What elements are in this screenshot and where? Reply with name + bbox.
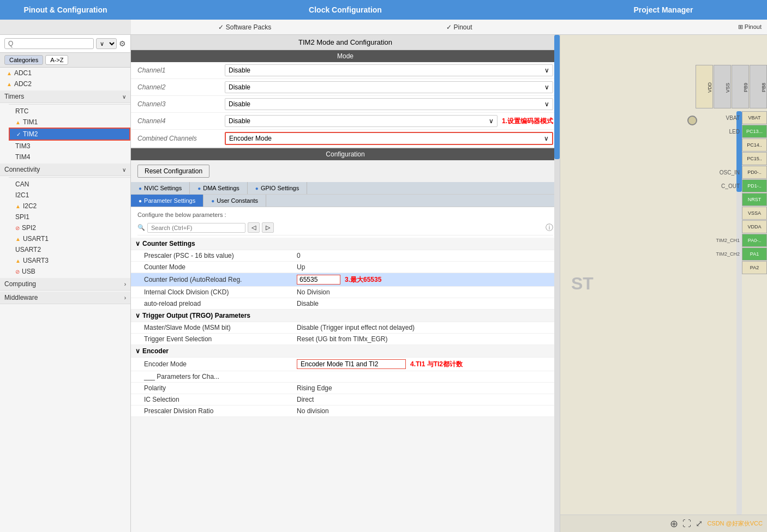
polarity-label: Polarity bbox=[144, 384, 297, 392]
usb-label: USB bbox=[22, 268, 35, 275]
warning-icon-i2c2: ▲ bbox=[15, 203, 21, 209]
param-desc: Configure the below parameters : bbox=[137, 209, 553, 220]
r-pin-pc14: PC14.. bbox=[710, 138, 767, 152]
pinout-sub-btn[interactable]: ✓ Pinout bbox=[441, 22, 477, 32]
reset-config-btn[interactable]: Reset Configuration bbox=[137, 165, 209, 178]
tab-categories[interactable]: Categories bbox=[4, 55, 43, 65]
encoder-section-header[interactable]: ∨ Encoder bbox=[131, 345, 560, 358]
pin-vdd[interactable]: VDD bbox=[696, 65, 713, 108]
warning-icon-tim1: ▲ bbox=[15, 119, 21, 125]
r-pin-pa0: TIM2_CH1 PA0-.. bbox=[710, 234, 767, 247]
r-pin-pa0-box[interactable]: PA0-.. bbox=[742, 234, 767, 247]
gear-icon[interactable]: ⚙ bbox=[119, 39, 126, 48]
tim3-label: TIM3 bbox=[15, 142, 30, 150]
search-dropdown[interactable]: ∨ bbox=[96, 38, 117, 49]
tab-gpio[interactable]: ● GPIO Settings bbox=[248, 182, 307, 194]
sidebar-category-connectivity[interactable]: Connectivity ∨ bbox=[0, 164, 130, 176]
adc2-label: ADC2 bbox=[14, 80, 32, 88]
center-scrollbar-thumb[interactable] bbox=[554, 35, 560, 159]
sidebar-item-adc1[interactable]: ▲ ADC1 bbox=[0, 68, 130, 78]
tab-dma[interactable]: ● DMA Settings bbox=[190, 182, 248, 194]
polarity-value: Rising Edge bbox=[297, 384, 547, 392]
fit-icon[interactable]: ⛶ bbox=[682, 519, 691, 529]
sidebar-category-timers[interactable]: Timers ∨ bbox=[0, 90, 130, 103]
pinout-right-btn[interactable]: ⊞ Pinout bbox=[738, 23, 762, 31]
combined-select[interactable]: Encoder Mode ∨ bbox=[225, 132, 553, 145]
sidebar-item-tim1[interactable]: ▲ TIM1 bbox=[9, 117, 130, 128]
sidebar-item-tim3[interactable]: TIM3 bbox=[9, 141, 130, 152]
sidebar-item-spi1[interactable]: SPI1 bbox=[9, 211, 130, 222]
sidebar-category-middleware[interactable]: Middleware › bbox=[0, 292, 130, 304]
zoom-in-icon[interactable]: ⊕ bbox=[670, 518, 678, 530]
channel2-select[interactable]: Disable ∨ bbox=[225, 81, 553, 93]
r-pin-pc15-box[interactable]: PC15.. bbox=[742, 152, 767, 165]
pin-pb8[interactable]: PB8 bbox=[750, 65, 767, 108]
rtc-label: RTC bbox=[15, 107, 28, 115]
sidebar-item-rtc[interactable]: RTC bbox=[9, 106, 130, 117]
r-pin-vssa-box[interactable]: VSSA bbox=[742, 207, 767, 220]
trigger-section-header[interactable]: ∨ Trigger Output (TRGO) Parameters bbox=[131, 310, 560, 322]
r-pin-vbat-box[interactable]: VBAT bbox=[742, 111, 767, 124]
r-pin-pd0-box[interactable]: PD0-.. bbox=[742, 166, 767, 179]
sidebar-item-can[interactable]: CAN bbox=[9, 179, 130, 190]
r-pin-pd1-box[interactable]: PD1-.. bbox=[742, 179, 767, 192]
software-packs-btn[interactable]: ✓ Software Packs bbox=[213, 22, 277, 32]
counter-period-label: Counter Period (AutoReload Reg. bbox=[144, 276, 297, 283]
search-input[interactable] bbox=[4, 38, 94, 49]
r-pin-nrst-box[interactable]: NRST bbox=[742, 193, 767, 206]
sidebar-category-computing[interactable]: Computing › bbox=[0, 278, 130, 291]
sidebar-item-adc2[interactable]: ▲ ADC2 bbox=[0, 78, 130, 89]
counter-period-input[interactable] bbox=[297, 275, 340, 285]
tim2-label: TIM2 bbox=[23, 130, 38, 138]
counter-section-header[interactable]: ∨ Counter Settings bbox=[131, 238, 560, 250]
combined-value: Encoder Mode bbox=[229, 135, 272, 142]
sidebar-item-usart2[interactable]: USART2 bbox=[9, 244, 130, 255]
prescaler-div-value: No division bbox=[297, 407, 547, 415]
circle-icon-gpio: ● bbox=[255, 185, 259, 191]
sidebar-item-tim4[interactable]: TIM4 bbox=[9, 152, 130, 162]
sidebar-item-i2c1[interactable]: I2C1 bbox=[9, 190, 130, 201]
sidebar-item-usb[interactable]: ⊘ USB bbox=[9, 266, 130, 277]
chevron-down-icon-conn: ∨ bbox=[122, 167, 126, 173]
channel4-select[interactable]: Disable ∨ bbox=[225, 115, 498, 127]
r-pin-pc14-box[interactable]: PC14.. bbox=[742, 138, 767, 152]
r-pin-vdda-box[interactable]: VDDA bbox=[742, 220, 767, 233]
encoder-mode-input[interactable] bbox=[297, 359, 406, 369]
encoder-section-label: Encoder bbox=[142, 347, 169, 355]
tab-param[interactable]: ● Parameter Settings bbox=[131, 195, 203, 207]
chevron-down-icon-ch1: ∨ bbox=[544, 66, 549, 74]
top-header: Pinout & Configuration Clock Configurati… bbox=[0, 0, 767, 20]
sidebar-item-usart3[interactable]: ▲ USART3 bbox=[9, 255, 130, 266]
tab-gpio-label: GPIO Settings bbox=[261, 185, 299, 191]
check-icon-tim2: ✓ bbox=[16, 131, 21, 137]
sidebar-item-tim2[interactable]: ✓ TIM2 bbox=[9, 128, 130, 141]
channel1-row: Channel1 Disable ∨ bbox=[131, 62, 560, 79]
channel3-select[interactable]: Disable ∨ bbox=[225, 98, 553, 110]
r-pin-pc13-box[interactable]: PC13... bbox=[742, 125, 767, 138]
trigger-event-label: Trigger Event Selection bbox=[144, 335, 297, 343]
param-search-input[interactable] bbox=[147, 223, 245, 233]
param-nav-next[interactable]: ▷ bbox=[262, 222, 274, 233]
counter-mode-label: Counter Mode bbox=[144, 263, 297, 271]
channel3-value: Disable bbox=[229, 100, 250, 108]
center-scrollbar[interactable] bbox=[554, 35, 560, 532]
usart3-label: USART3 bbox=[23, 257, 49, 264]
pin-pb9[interactable]: PB9 bbox=[732, 65, 749, 108]
param-nav-prev[interactable]: ◁ bbox=[248, 222, 260, 233]
tab-nvic[interactable]: ● NVIC Settings bbox=[131, 182, 190, 194]
r-pin-pa2-box[interactable]: PA2 bbox=[742, 261, 767, 274]
tab-az[interactable]: A->Z bbox=[45, 55, 68, 65]
share-icon[interactable]: ⤢ bbox=[696, 518, 703, 529]
tab-user[interactable]: ● User Constants bbox=[203, 195, 266, 207]
auto-reload-label: auto-reload preload bbox=[144, 300, 297, 307]
sidebar-item-spi2[interactable]: ⊘ SPI2 bbox=[9, 222, 130, 233]
channel1-select[interactable]: Disable ∨ bbox=[225, 64, 553, 76]
sidebar-item-usart1[interactable]: ▲ USART1 bbox=[9, 233, 130, 244]
led-label: LED bbox=[712, 129, 740, 135]
auto-reload-value: Disable bbox=[297, 300, 547, 307]
sidebar-item-i2c2[interactable]: ▲ I2C2 bbox=[9, 201, 130, 211]
param-row-polarity: Polarity Rising Edge bbox=[131, 383, 560, 394]
pin-vss[interactable]: VSS bbox=[714, 65, 731, 108]
r-pin-pa1-box[interactable]: PA1 bbox=[742, 247, 767, 261]
adc1-label: ADC1 bbox=[14, 69, 32, 77]
